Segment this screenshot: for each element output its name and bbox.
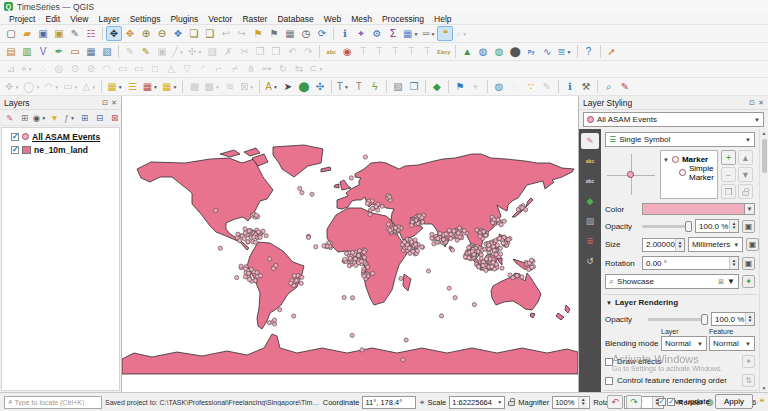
data-defined-override-button[interactable]: ▣: [746, 238, 759, 251]
menu-plugins[interactable]: Plugins: [165, 14, 203, 24]
data-source-manager[interactable]: ▤: [3, 44, 19, 59]
apply-button[interactable]: Apply: [715, 394, 753, 409]
clear-icon[interactable]: ⊠: [718, 278, 724, 286]
map-editor-tool[interactable]: ✎: [617, 79, 633, 94]
color-swatch-button[interactable]: ▼: [642, 203, 755, 215]
magnifier-spinbox[interactable]: 100% ▲▼: [552, 396, 590, 409]
view-3d-tab[interactable]: ◆: [581, 193, 599, 209]
float-panel-icon[interactable]: ⊡: [749, 99, 755, 107]
new-shape-green[interactable]: ◆: [429, 79, 445, 94]
style-search-input[interactable]: ⌕ Showcase ⊠ ▼: [605, 274, 739, 289]
labels-tab[interactable]: abc: [581, 153, 599, 169]
layer-diagram[interactable]: ◉: [339, 44, 355, 59]
scroll-up-icon[interactable]: ▲: [762, 129, 767, 137]
feature-blend-selector[interactable]: Normal ▼: [709, 336, 755, 351]
new-memory-layer[interactable]: ▭: [67, 44, 83, 59]
scale-combobox[interactable]: 1:62225664 ▼: [449, 396, 505, 409]
spinner-arrows[interactable]: ▲▼: [729, 257, 738, 269]
save-project-as[interactable]: ▣: [51, 26, 67, 41]
mask-tab[interactable]: ▨: [581, 213, 599, 229]
close-panel-icon[interactable]: ✕: [758, 99, 764, 107]
scroll-thumb[interactable]: [762, 139, 767, 173]
histogram-tab[interactable]: ≣: [581, 233, 599, 249]
manage-map-themes[interactable]: ◉▼: [33, 111, 46, 124]
layer-rendering-header[interactable]: ▼ Layer Rendering: [603, 294, 757, 310]
symbology-tab[interactable]: ✎: [581, 133, 599, 149]
expand-icon[interactable]: ▼: [663, 157, 669, 163]
size-unit-selector[interactable]: Millimeters ▼: [688, 237, 743, 252]
easy-print[interactable]: Easy: [435, 44, 452, 59]
menu-help[interactable]: Help: [429, 14, 456, 24]
layer-row-all-asam-events[interactable]: All ASAM Events: [3, 130, 118, 143]
form-annotation[interactable]: T: [351, 79, 367, 94]
new-text-annotation[interactable]: T▼: [335, 79, 351, 94]
layout-manager[interactable]: ✎: [67, 26, 83, 41]
menu-layer[interactable]: Layer: [93, 14, 124, 24]
identify-features[interactable]: ℹ: [337, 26, 353, 41]
new-shapefile-layer[interactable]: V: [35, 44, 51, 59]
run-feature-action[interactable]: ✦: [353, 26, 369, 41]
spinner-arrows[interactable]: ▲▼: [578, 397, 587, 408]
refresh-map[interactable]: ⟳: [314, 26, 330, 41]
close-panel-icon[interactable]: ✕: [111, 99, 117, 107]
info-tool[interactable]: ℹ: [562, 79, 578, 94]
menu-web[interactable]: Web: [319, 14, 346, 24]
layer-blend-selector[interactable]: Normal ▼: [661, 336, 707, 351]
copy-layer-style[interactable]: ❐: [406, 79, 422, 94]
label-select-arrow[interactable]: ➤: [280, 79, 296, 94]
statistics-panel[interactable]: Σ: [385, 26, 401, 41]
style-manager[interactable]: ☷: [83, 26, 99, 41]
opacity-spinbox[interactable]: 100.0 % ▲▼: [695, 219, 739, 233]
new-auto-label[interactable]: A▼: [263, 79, 280, 94]
menu-edit[interactable]: Edit: [40, 14, 65, 24]
search-tool[interactable]: ⌕: [601, 79, 617, 94]
new-spatial-bookmark[interactable]: ⚑: [250, 26, 266, 41]
help-contents[interactable]: ?: [581, 44, 597, 59]
new-map-view[interactable]: ▦: [282, 26, 298, 41]
measure[interactable]: ═▼: [420, 26, 437, 41]
python-console[interactable]: Py: [523, 44, 539, 59]
data-defined-override-button[interactable]: ▣: [742, 220, 755, 233]
new-project[interactable]: ▢: [3, 26, 19, 41]
lock-scale-icon[interactable]: [508, 401, 515, 406]
remove-layer[interactable]: ⊠: [108, 111, 121, 124]
control-order-checkbox[interactable]: [605, 377, 613, 385]
renderer-selector[interactable]: ☰ Single Symbol ▼: [605, 132, 755, 147]
add-polygon-feature[interactable]: ⬤: [296, 79, 312, 94]
pin-flag[interactable]: ⚑: [452, 79, 468, 94]
open-layer-styling[interactable]: ✎: [3, 111, 16, 124]
select-by-expression[interactable]: ▦▼: [160, 79, 179, 94]
float-panel-icon[interactable]: ⊡: [102, 99, 108, 107]
collapse-all[interactable]: ⊟: [93, 111, 106, 124]
draw-effects-checkbox[interactable]: [605, 358, 613, 366]
layer-visibility-checkbox[interactable]: [11, 133, 19, 141]
show-bookmarks[interactable]: ⚑: [266, 26, 282, 41]
render-opacity-spinbox[interactable]: 100.0 % ▲▼: [711, 312, 755, 326]
menu-vector[interactable]: Vector: [203, 14, 237, 24]
menu-settings[interactable]: Settings: [125, 14, 166, 24]
filter-legend-expression[interactable]: ƒ▼: [63, 111, 76, 124]
globe-add[interactable]: ◍: [491, 79, 507, 94]
data-defined-override-button[interactable]: ▣: [742, 257, 755, 270]
data-plotly[interactable]: ≣▼: [555, 44, 573, 59]
render-checkbox[interactable]: [667, 398, 675, 406]
add-point-feature[interactable]: ✣: [312, 79, 328, 94]
messages-icon[interactable]: ❝: [759, 397, 764, 407]
spinner-arrows[interactable]: ▲▼: [729, 220, 738, 232]
callouts-tab[interactable]: abc: [581, 173, 599, 189]
spinner-arrows[interactable]: ▲▼: [745, 313, 754, 325]
undo-style-button[interactable]: ↶: [607, 395, 623, 409]
profile-tool[interactable]: ∿: [539, 44, 555, 59]
temporal-controller[interactable]: ◷: [298, 26, 314, 41]
live-update-checkbox[interactable]: [658, 398, 666, 406]
zoom-full[interactable]: ❖: [170, 26, 186, 41]
zoom-in[interactable]: ⊕: [138, 26, 154, 41]
menu-view[interactable]: View: [65, 14, 93, 24]
size-spinbox[interactable]: 2.00000 ▲▼: [642, 238, 685, 252]
opacity-slider[interactable]: [642, 225, 692, 228]
save-project[interactable]: ▣: [35, 26, 51, 41]
scroll-down-icon[interactable]: ▼: [762, 384, 767, 392]
spinner-arrows[interactable]: ▲▼: [675, 239, 684, 251]
deselect-features[interactable]: ▦▼: [141, 79, 160, 94]
locate-input[interactable]: ⌕ Type to locate (Ctrl+K): [4, 396, 102, 409]
